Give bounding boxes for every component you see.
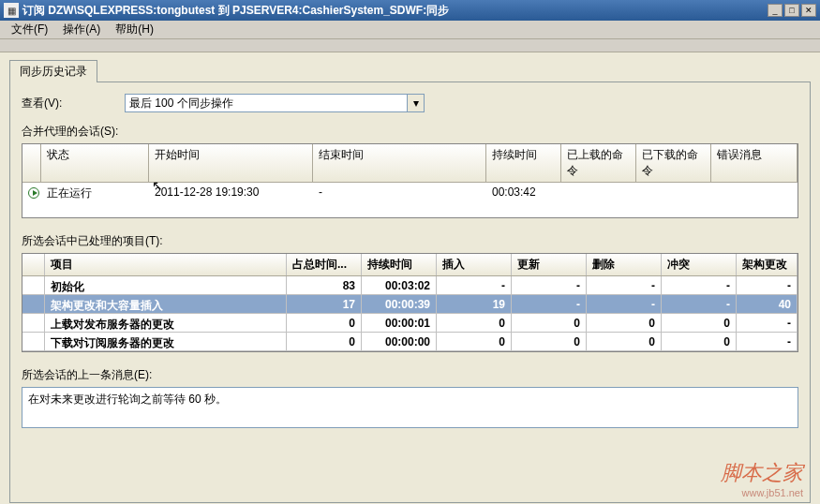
title-bar: ▦ 订阅 DZW\SQLEXPRESS:tongbutest 到 PJSERVE… (0, 0, 820, 21)
col-downloaded[interactable]: 已下载的命令 (636, 144, 711, 182)
minimize-button[interactable]: _ (768, 4, 783, 17)
view-dropdown-input[interactable] (125, 94, 408, 112)
col-item-duration[interactable]: 持续时间 (362, 254, 437, 275)
cell-end: - (313, 183, 486, 204)
sessions-grid-header: 状态 开始时间 结束时间 持续时间 已上载的命令 已下载的命令 错误消息 (22, 144, 798, 183)
close-button[interactable]: ✕ (801, 4, 816, 17)
maximize-button[interactable]: □ (784, 4, 799, 17)
dropdown-arrow-icon[interactable]: ▾ (408, 94, 425, 112)
view-row: 查看(V): ▾ (22, 94, 798, 112)
col-duration[interactable]: 持续时间 (486, 144, 561, 182)
cell-item-name: 下载对订阅服务器的更改 (45, 333, 287, 350)
message-label: 所选会话的上一条消息(E): (22, 367, 798, 383)
menu-help[interactable]: 帮助(H) (108, 20, 161, 39)
window-title: 订阅 DZW\SQLEXPRESS:tongbutest 到 PJSERVER4… (22, 3, 768, 19)
col-delete[interactable]: 删除 (587, 254, 662, 275)
items-label: 所选会话中已处理的项目(T): (22, 233, 798, 249)
col-error[interactable]: 错误消息 (711, 144, 798, 182)
items-grid-header: 项目 占总时间... 持续时间 插入 更新 删除 冲突 架构更改 (22, 254, 798, 276)
cell-item-name: 初始化 (45, 276, 287, 294)
col-schema[interactable]: 架构更改 (737, 254, 798, 275)
content-area: 同步历史记录 查看(V): ▾ 合并代理的会话(S): 状态 开始时间 结束时间… (0, 52, 820, 504)
cell-item-name: 上载对发布服务器的更改 (45, 314, 287, 332)
message-box[interactable]: 在对未来更改进行轮询之前等待 60 秒。 (22, 387, 798, 428)
col-blank[interactable] (22, 254, 45, 275)
col-end-time[interactable]: 结束时间 (313, 144, 486, 182)
menu-file[interactable]: 文件(F) (4, 20, 55, 39)
table-row[interactable]: 下载对订阅服务器的更改 0 00:00:00 0 0 0 0 - (22, 333, 798, 351)
row-status-icon (22, 183, 41, 204)
col-uploaded[interactable]: 已上载的命令 (561, 144, 636, 182)
tab-strip: 同步历史记录 (9, 62, 811, 82)
cell-item-name: 架构更改和大容量插入 (45, 295, 287, 313)
cell-uploaded (561, 183, 636, 204)
cell-error (711, 183, 798, 204)
cell-status: 正在运行 (41, 183, 149, 204)
view-dropdown[interactable]: ▾ (125, 94, 425, 112)
col-update[interactable]: 更新 (512, 254, 587, 275)
window-buttons: _ □ ✕ (768, 4, 816, 17)
sessions-label: 合并代理的会话(S): (22, 124, 798, 140)
table-row[interactable]: 初始化 83 00:03:02 - - - - - (22, 276, 798, 295)
sessions-grid[interactable]: 状态 开始时间 结束时间 持续时间 已上载的命令 已下载的命令 错误消息 正在运… (22, 143, 798, 218)
menu-bar: 文件(F) 操作(A) 帮助(H) (0, 21, 820, 39)
table-row[interactable]: 正在运行 2011-12-28 19:19:30 - 00:03:42 (22, 183, 798, 204)
cell-downloaded (636, 183, 711, 204)
app-icon: ▦ (4, 3, 19, 18)
col-start-time[interactable]: 开始时间 (149, 144, 313, 182)
col-insert[interactable]: 插入 (437, 254, 512, 275)
tab-panel: 查看(V): ▾ 合并代理的会话(S): 状态 开始时间 结束时间 持续时间 已… (9, 82, 811, 503)
col-pct[interactable]: 占总时间... (287, 254, 362, 275)
cell-start: 2011-12-28 19:19:30 (149, 183, 313, 204)
col-status[interactable]: 状态 (41, 144, 149, 182)
toolbar-separator (0, 39, 820, 52)
running-icon (28, 187, 39, 199)
view-label: 查看(V): (22, 96, 125, 111)
menu-action[interactable]: 操作(A) (55, 20, 108, 39)
tab-sync-history[interactable]: 同步历史记录 (9, 60, 97, 82)
col-conflict[interactable]: 冲突 (662, 254, 737, 275)
cell-duration: 00:03:42 (486, 183, 561, 204)
items-grid[interactable]: 项目 占总时间... 持续时间 插入 更新 删除 冲突 架构更改 初始化 83 … (22, 253, 798, 352)
table-row[interactable]: 架构更改和大容量插入 17 00:00:39 19 - - - 40 (22, 295, 798, 314)
table-row[interactable]: 上载对发布服务器的更改 0 00:00:01 0 0 0 0 - (22, 314, 798, 333)
col-icon[interactable] (22, 144, 41, 182)
col-item[interactable]: 项目 (45, 254, 287, 275)
